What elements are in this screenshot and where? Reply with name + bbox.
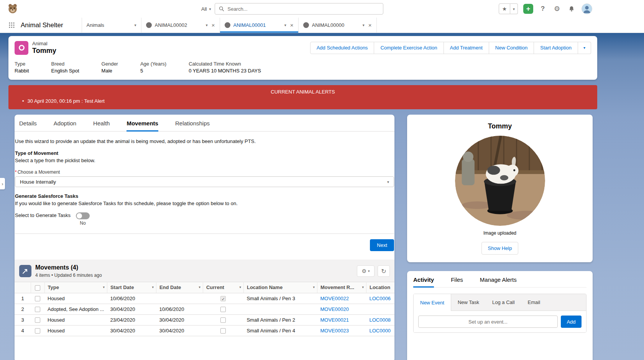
search-box: [215, 3, 383, 15]
chevron-down-icon: ▾: [368, 269, 370, 273]
chevron-down-icon: ▾: [152, 285, 154, 289]
wizard-intro-text: Use this wizard to provide an update tha…: [15, 138, 394, 144]
add-scheduled-actions-button[interactable]: Add Scheduled Actions: [310, 42, 375, 54]
field-calculated-time-known: Calculated Time Known 0 YEARS 10 MONTHS …: [189, 61, 261, 74]
related-list-header: Movements (4) 4 items • Updated 6 minute…: [15, 260, 394, 282]
activity-composer: New Event New Task Log a Call Email Add: [413, 294, 586, 333]
global-add-icon[interactable]: +: [523, 4, 533, 14]
movement-type-select[interactable]: House Internally ▾: [15, 176, 394, 187]
movement-record-link[interactable]: MOVE00022: [320, 296, 348, 301]
chevron-down-icon[interactable]: ▾: [135, 23, 136, 27]
help-icon[interactable]: ?: [539, 4, 547, 14]
movement-record-link[interactable]: MOVE00021: [320, 317, 348, 323]
movements-list-icon: [19, 265, 31, 277]
cell-location-name: [243, 304, 317, 314]
alert-item: • 30 April 2020, 00:16 pm : Test Alert: [15, 98, 591, 104]
add-event-button[interactable]: Add: [561, 316, 582, 328]
column-header-location-name[interactable]: Location Name▾: [243, 282, 317, 293]
close-icon[interactable]: ×: [368, 22, 372, 28]
toggle-switch[interactable]: [76, 212, 90, 219]
nav-tab-animals[interactable]: Animals ▾: [82, 18, 141, 33]
next-button[interactable]: Next: [370, 239, 394, 251]
tab-movements[interactable]: Movements: [127, 115, 158, 131]
current-checkbox[interactable]: [220, 328, 226, 334]
new-condition-button[interactable]: New Condition: [489, 42, 534, 54]
column-header-start-date[interactable]: Start Date▾: [107, 282, 156, 293]
field-label: Breed: [51, 61, 79, 67]
current-checkbox[interactable]: [220, 317, 226, 323]
movement-record-link[interactable]: MOVE00023: [320, 328, 348, 334]
row-checkbox[interactable]: [35, 307, 40, 312]
nav-tab-animal00002[interactable]: ANIMAL00002 ▾ ×: [141, 18, 220, 33]
nav-tab-animal00001[interactable]: ANIMAL00001 ▾ ×: [220, 18, 298, 33]
event-subject-input[interactable]: [418, 316, 558, 328]
search-input[interactable]: [227, 6, 379, 12]
tab-new-task[interactable]: New Task: [451, 294, 486, 311]
record-actions: Add Scheduled Actions Complete Exercise …: [310, 42, 591, 54]
column-header-movement-record[interactable]: Movement R...▾: [317, 282, 366, 293]
cell-type: Housed: [44, 314, 107, 325]
generate-tasks-row: Select to Generate Tasks No: [15, 212, 394, 226]
chevron-down-icon[interactable]: ▾: [206, 23, 208, 27]
location-link[interactable]: LOC0000: [369, 328, 391, 334]
row-number: 4: [15, 325, 31, 336]
column-header-location[interactable]: Location: [366, 282, 394, 293]
close-icon[interactable]: ×: [290, 22, 294, 28]
tab-log-a-call[interactable]: Log a Call: [486, 294, 521, 311]
show-help-button[interactable]: Show Help: [481, 242, 519, 255]
tab-details[interactable]: Details: [19, 115, 37, 131]
tab-activity[interactable]: Activity: [413, 276, 434, 287]
current-checkbox[interactable]: ✓: [220, 296, 226, 301]
chevron-down-icon: ▾: [199, 285, 200, 289]
movement-record-link[interactable]: MOVE00020: [320, 306, 348, 312]
start-adoption-button[interactable]: Start Adoption: [534, 42, 578, 54]
row-checkbox[interactable]: [35, 328, 40, 334]
generate-tasks-toggle[interactable]: No: [76, 212, 90, 226]
more-actions-caret-icon[interactable]: ▾: [578, 42, 591, 54]
nav-tab-animal00000[interactable]: ANIMAL00000 ▾ ×: [298, 18, 377, 33]
complete-exercise-action-button[interactable]: Complete Exercise Action: [374, 42, 444, 54]
add-treatment-button[interactable]: Add Treatment: [444, 42, 489, 54]
tab-new-event[interactable]: New Event: [414, 294, 451, 311]
split-view-open-icon[interactable]: ›: [0, 178, 5, 189]
chevron-down-icon: ▾: [239, 285, 241, 289]
tab-adoption[interactable]: Adoption: [54, 115, 76, 131]
list-settings-gear-icon[interactable]: ⚙ ▾: [357, 265, 375, 277]
current-checkbox[interactable]: [220, 307, 226, 312]
field-type: Type Rabbit: [15, 61, 29, 74]
row-checkbox[interactable]: [35, 296, 40, 301]
column-header-end-date[interactable]: End Date▾: [156, 282, 203, 293]
table-row: 3 Housed 23/04/2020 30/04/2020 Small Ani…: [15, 314, 394, 325]
search-scope-dropdown[interactable]: All ▾: [197, 3, 215, 15]
location-link[interactable]: LOC0008: [369, 317, 391, 323]
favorites-caret-icon[interactable]: ▾: [510, 3, 518, 14]
movement-wizard: Use this wizard to provide an update tha…: [15, 132, 394, 260]
tab-email[interactable]: Email: [521, 294, 547, 311]
chevron-down-icon[interactable]: ▾: [284, 23, 286, 27]
tab-manage-alerts[interactable]: Manage Alerts: [480, 276, 517, 287]
chevron-down-icon: ▾: [362, 285, 364, 289]
app-launcher-icon[interactable]: [6, 18, 17, 33]
notifications-bell-icon[interactable]: [567, 4, 576, 14]
tab-health[interactable]: Health: [93, 115, 110, 131]
tab-relationships[interactable]: Relationships: [175, 115, 210, 131]
row-checkbox[interactable]: [35, 317, 40, 323]
app-logo-icon: [6, 2, 19, 15]
tab-files[interactable]: Files: [451, 276, 463, 287]
location-link[interactable]: LOC0006: [369, 296, 391, 301]
select-all-checkbox[interactable]: [35, 285, 40, 291]
tasks-section-title: Generate Salesforce Tasks: [15, 193, 394, 199]
favorites-star-icon[interactable]: ★: [499, 3, 510, 14]
column-header-type[interactable]: Type▾: [44, 282, 107, 293]
user-avatar[interactable]: [582, 3, 592, 14]
chevron-down-icon: ▾: [387, 180, 389, 184]
cell-type: Housed: [44, 325, 107, 336]
refresh-icon[interactable]: ↻: [378, 265, 390, 277]
setup-gear-icon[interactable]: ⚙: [552, 4, 562, 14]
close-icon[interactable]: ×: [212, 22, 215, 28]
chevron-down-icon[interactable]: ▾: [363, 23, 365, 27]
toggle-label: Select to Generate Tasks: [15, 212, 71, 218]
column-header-current[interactable]: Current▾: [203, 282, 243, 293]
cell-start-date: 30/04/2020: [107, 325, 156, 336]
animal-alerts-banner: CURRENT ANIMAL ALERTS • 30 April 2020, 0…: [8, 85, 597, 109]
